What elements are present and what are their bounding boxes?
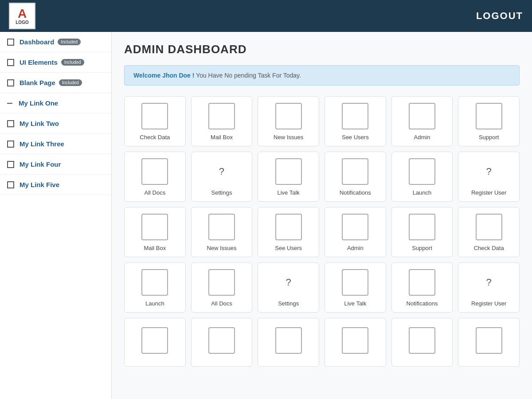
grid-card-2-0[interactable]: Mail Box	[124, 207, 186, 257]
card-icon-box	[275, 214, 302, 240]
card-label: Live Talk	[344, 300, 366, 307]
question-mark-icon: ?	[486, 269, 492, 296]
sidebar-label: My Link Five	[20, 181, 59, 188]
dash-icon	[7, 103, 12, 104]
grid-card-4-2[interactable]	[258, 318, 319, 367]
grid-card-3-4[interactable]: Notifications	[391, 262, 453, 313]
grid-card-3-3[interactable]: Live Talk	[325, 262, 386, 313]
sidebar: DashboardIncludedUI ElementsIncludedBlan…	[0, 32, 112, 399]
logout-button[interactable]: LOGOUT	[476, 10, 523, 22]
card-icon-box	[141, 269, 168, 296]
grid-card-0-4[interactable]: Admin	[391, 96, 453, 146]
checkbox-icon	[7, 181, 14, 188]
card-label: All Docs	[211, 300, 232, 307]
card-label: Admin	[414, 134, 430, 141]
card-icon-box	[275, 103, 302, 129]
grid-row-0: Check DataMail BoxNew IssuesSee UsersAdm…	[124, 96, 520, 146]
card-label: Admin	[347, 245, 364, 251]
grid-card-1-5[interactable]: ?Register User	[458, 152, 520, 202]
card-label: Settings	[278, 300, 299, 307]
sidebar-item-dashboard[interactable]: DashboardIncluded	[0, 32, 111, 52]
grid-card-3-2[interactable]: ?Settings	[258, 262, 319, 313]
card-icon-box	[275, 158, 302, 185]
grid-card-0-0[interactable]: Check Data	[124, 96, 186, 146]
logo-sub: LOGO	[16, 20, 28, 25]
sidebar-item-my-link-four[interactable]: My Link Four	[0, 154, 111, 175]
grid-card-4-3[interactable]	[325, 318, 386, 367]
card-label: Launch	[413, 189, 432, 196]
card-label: Check Data	[474, 245, 504, 251]
grid-card-1-1[interactable]: ?Settings	[191, 152, 253, 202]
grid-card-3-1[interactable]: All Docs	[191, 262, 253, 313]
main-layout: DashboardIncludedUI ElementsIncludedBlan…	[0, 32, 532, 399]
grid-card-3-0[interactable]: Launch	[124, 262, 186, 313]
card-icon-box	[141, 158, 168, 185]
card-icon-box	[409, 103, 435, 129]
card-label: See Users	[275, 245, 302, 251]
grid-row-2: Mail BoxNew IssuesSee UsersAdminSupportC…	[124, 207, 520, 257]
grid-card-2-4[interactable]: Support	[391, 207, 453, 257]
grid-card-0-3[interactable]: See Users	[325, 96, 386, 146]
grid-card-0-2[interactable]: New Issues	[258, 96, 319, 146]
card-label: Register User	[471, 189, 506, 196]
checkbox-icon	[7, 141, 14, 148]
grid-card-2-3[interactable]: Admin	[325, 207, 386, 257]
content-area: ADMIN DASHBOARD Welcome Jhon Doe ! You H…	[112, 32, 532, 399]
grid-card-1-2[interactable]: Live Talk	[258, 152, 319, 202]
grid-card-2-5[interactable]: Check Data	[458, 207, 520, 257]
included-badge: Included	[58, 39, 81, 45]
dashboard-grid: Check DataMail BoxNew IssuesSee UsersAdm…	[124, 96, 520, 367]
card-icon-box	[342, 214, 368, 240]
card-icon-box	[342, 158, 368, 185]
card-icon-box	[141, 103, 168, 129]
card-label: Live Talk	[277, 189, 299, 196]
grid-row-3: LaunchAll Docs?SettingsLive TalkNotifica…	[124, 262, 520, 313]
card-label: Launch	[145, 300, 164, 307]
grid-card-2-1[interactable]: New Issues	[191, 207, 253, 257]
sidebar-item-blank-page[interactable]: Blank PageIncluded	[0, 73, 111, 93]
grid-card-4-4[interactable]	[391, 318, 453, 367]
card-icon-box	[208, 103, 235, 129]
sidebar-item-my-link-one[interactable]: My Link One	[0, 93, 111, 113]
card-icon-box	[476, 327, 502, 354]
card-icon-box	[342, 269, 368, 296]
card-label: See Users	[342, 134, 369, 141]
card-label: Check Data	[140, 134, 170, 141]
grid-card-4-0[interactable]	[124, 318, 186, 367]
checkbox-icon	[7, 79, 14, 86]
grid-card-1-4[interactable]: Launch	[391, 152, 453, 202]
grid-card-1-3[interactable]: Notifications	[325, 152, 386, 202]
grid-card-1-0[interactable]: All Docs	[124, 152, 186, 202]
welcome-message: You Have No pending Task For Today.	[194, 72, 301, 79]
grid-card-0-5[interactable]: Support	[458, 96, 520, 146]
card-label: Support	[412, 245, 432, 251]
card-icon-box	[208, 269, 235, 296]
grid-row-1: All Docs?SettingsLive TalkNotificationsL…	[124, 152, 520, 202]
checkbox-icon	[7, 161, 14, 168]
card-label: Support	[479, 134, 499, 141]
sidebar-item-my-link-five[interactable]: My Link Five	[0, 175, 111, 195]
checkbox-icon	[7, 39, 14, 46]
included-badge: Included	[61, 59, 84, 66]
sidebar-item-ui-elements[interactable]: UI ElementsIncluded	[0, 52, 111, 73]
grid-card-0-1[interactable]: Mail Box	[191, 96, 253, 146]
sidebar-item-my-link-three[interactable]: My Link Three	[0, 134, 111, 154]
card-icon-box	[476, 103, 502, 129]
grid-row-4	[124, 318, 520, 367]
card-icon-box	[409, 269, 435, 296]
welcome-name: Welcome Jhon Doe	[133, 72, 191, 79]
card-label: New Issues	[207, 245, 236, 251]
card-label: Settings	[211, 189, 232, 196]
sidebar-label: My Link Two	[20, 120, 59, 127]
grid-card-4-1[interactable]	[191, 318, 253, 367]
question-mark-icon: ?	[286, 269, 291, 296]
grid-card-4-5[interactable]	[458, 318, 520, 367]
card-label: Notifications	[340, 189, 371, 196]
grid-card-2-2[interactable]: See Users	[258, 207, 319, 257]
sidebar-item-my-link-two[interactable]: My Link Two	[0, 113, 111, 134]
card-label: Mail Box	[211, 134, 233, 141]
card-label: Register User	[471, 300, 506, 307]
sidebar-label: My Link Four	[20, 160, 61, 168]
welcome-bar: Welcome Jhon Doe ! You Have No pending T…	[124, 65, 520, 86]
grid-card-3-5[interactable]: ?Register User	[458, 262, 520, 313]
